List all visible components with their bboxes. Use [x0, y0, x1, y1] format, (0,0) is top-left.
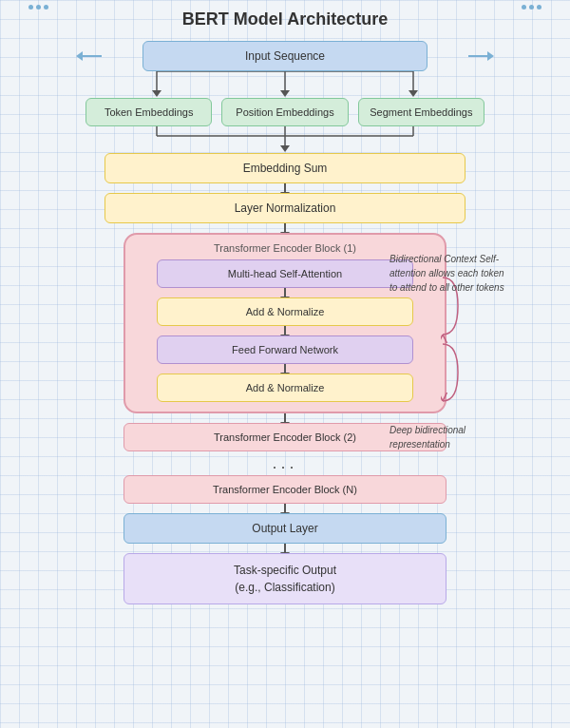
output-layer-box: Output Layer [124, 513, 446, 544]
output-layer-label: Output Layer [252, 522, 317, 535]
segment-embeddings-label: Segment Embeddings [370, 106, 472, 118]
deep-bidir-annotation-text: Deep bidirectional representation [390, 425, 466, 450]
token-embeddings-label: Token Embeddings [104, 106, 194, 118]
add-norm-2-label: Add & Normalize [246, 382, 325, 393]
arrow-to-transformer2 [284, 413, 286, 423]
add-norm-1-box: Add & Normalize [157, 297, 413, 326]
multi-head-attention-box: Multi-head Self-Attention [157, 259, 413, 288]
right-arrow-icon [487, 51, 494, 61]
arrow-to-add-norm-2 [284, 364, 286, 374]
task-output-box: Task-specific Output (e.g., Classificati… [124, 553, 446, 604]
arrows-to-embeddings [86, 71, 484, 98]
segment-embeddings-box: Segment Embeddings [358, 98, 484, 126]
add-norm-2-box: Add & Normalize [157, 374, 413, 402]
svg-marker-7 [280, 90, 290, 97]
ellipsis: ... [272, 453, 297, 473]
multi-head-label: Multi-head Self-Attention [228, 268, 342, 279]
bidir-annotation-text: Bidirectional Context Self-attention all… [390, 254, 504, 293]
embedding-sum-label: Embedding Sum [243, 162, 328, 175]
transformer-block-n-box: Transformer Encoder Block (N) [124, 475, 446, 504]
add-norm-1-label: Add & Normalize [246, 306, 325, 317]
transformer-block-n-label: Transformer Encoder Block (N) [213, 484, 357, 495]
arrow-to-task-output [284, 544, 286, 553]
arrows-from-embeddings [86, 126, 484, 153]
task-output-label: Task-specific Output (e.g., Classificati… [234, 562, 336, 596]
arrow-to-output [284, 504, 286, 513]
svg-marker-6 [408, 90, 418, 97]
svg-marker-3 [152, 90, 162, 97]
input-sequence-label: Input Sequence [245, 49, 325, 63]
arrow-to-ffn [284, 326, 286, 335]
position-embeddings-label: Position Embeddings [236, 106, 333, 118]
left-arrow-icon [76, 51, 83, 61]
diagram-title: BERT Model Architecture [182, 10, 388, 29]
layer-norm-label: Layer Normalization [235, 201, 336, 215]
bidir-annotation: Bidirectional Context Self-attention all… [390, 252, 513, 295]
arrow-to-layer-norm [284, 183, 286, 193]
svg-marker-14 [280, 145, 290, 152]
feed-forward-label: Feed Forward Network [232, 344, 338, 355]
transformer-block-1-title: Transformer Encoder Block (1) [214, 242, 356, 254]
token-embeddings-box: Token Embeddings [86, 98, 212, 126]
transformer-block-2-label: Transformer Encoder Block (2) [214, 431, 356, 443]
arrow-to-add-norm-1 [284, 288, 286, 297]
feed-forward-box: Feed Forward Network [157, 335, 413, 364]
position-embeddings-box: Position Embeddings [221, 98, 348, 126]
input-sequence-box: Input Sequence [142, 41, 428, 71]
deep-bidir-annotation: Deep bidirectional representation [390, 423, 513, 451]
arrow-to-transformer1 [284, 223, 286, 233]
layer-norm-box: Layer Normalization [104, 193, 466, 223]
embedding-sum-box: Embedding Sum [104, 153, 466, 183]
